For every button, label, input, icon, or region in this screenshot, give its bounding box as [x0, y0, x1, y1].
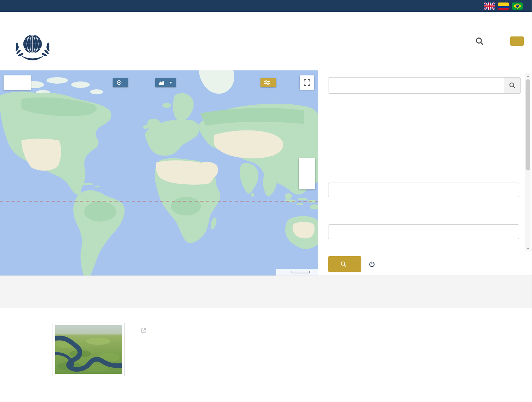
- area-chart-icon: [159, 80, 164, 85]
- countries-input[interactable]: [328, 224, 519, 239]
- site-logo[interactable]: [10, 20, 60, 63]
- colombia-flag-icon[interactable]: [498, 3, 509, 10]
- search-input[interactable]: [328, 77, 504, 94]
- scrollbar-thumb[interactable]: [526, 79, 530, 170]
- result-url-link[interactable]: [138, 328, 482, 333]
- result-body: [138, 323, 482, 376]
- fullscreen-icon: [304, 79, 310, 86]
- main-nav: [462, 12, 524, 70]
- dotted-divider: [347, 99, 478, 99]
- scroll-up-arrow-icon[interactable]: [525, 73, 531, 79]
- language-flags: [484, 3, 523, 10]
- page: [0, 0, 532, 402]
- result-developers: [138, 341, 482, 348]
- globe-marker-icon: [117, 80, 122, 85]
- un-global-compact-logo-icon: [10, 20, 55, 63]
- result-thumbnail[interactable]: [53, 323, 125, 376]
- river-wetland-image: [55, 325, 122, 374]
- hide-filters-button[interactable]: [260, 78, 276, 87]
- search-icon: [509, 82, 516, 89]
- search-icon[interactable]: [475, 37, 484, 45]
- panel-scrollbar[interactable]: [525, 73, 531, 251]
- filter-panel: [318, 70, 532, 276]
- scroll-down-arrow-icon[interactable]: [525, 246, 531, 251]
- show-boundaries-button[interactable]: [155, 78, 176, 87]
- map-zoom-control: [299, 158, 315, 189]
- topics-input[interactable]: [328, 183, 519, 197]
- scale-bar: [292, 271, 310, 273]
- stats-bar: [0, 276, 532, 308]
- map-continents: [0, 70, 318, 276]
- result-card: [0, 308, 532, 376]
- reset-map-button[interactable]: [369, 256, 378, 272]
- top-bar: [0, 0, 532, 12]
- panel-search-icon-button[interactable]: [504, 77, 521, 94]
- signup-button[interactable]: [510, 36, 524, 46]
- world-map[interactable]: [0, 70, 318, 276]
- search-button[interactable]: [328, 256, 361, 272]
- map-type-control: [4, 75, 31, 90]
- map-scale: [287, 271, 313, 273]
- uk-flag-icon[interactable]: [484, 3, 495, 10]
- chevron-down-icon: [169, 82, 172, 85]
- power-icon: [369, 261, 375, 267]
- external-link-icon: [141, 328, 146, 333]
- fullscreen-button[interactable]: [300, 75, 314, 90]
- panel-search-row: [328, 77, 521, 94]
- zoom-in-button[interactable]: [299, 158, 315, 174]
- sliders-icon: [264, 80, 270, 85]
- brazil-flag-icon[interactable]: [512, 3, 523, 10]
- main-content: [0, 70, 532, 276]
- zoom-out-button[interactable]: [299, 174, 315, 189]
- search-icon: [341, 261, 346, 267]
- map-type-map-button[interactable]: [4, 75, 17, 90]
- show-full-map-button[interactable]: [113, 78, 128, 87]
- map-type-satellite-button[interactable]: [17, 75, 31, 90]
- site-header: [0, 12, 532, 70]
- map-attribution: [276, 269, 318, 276]
